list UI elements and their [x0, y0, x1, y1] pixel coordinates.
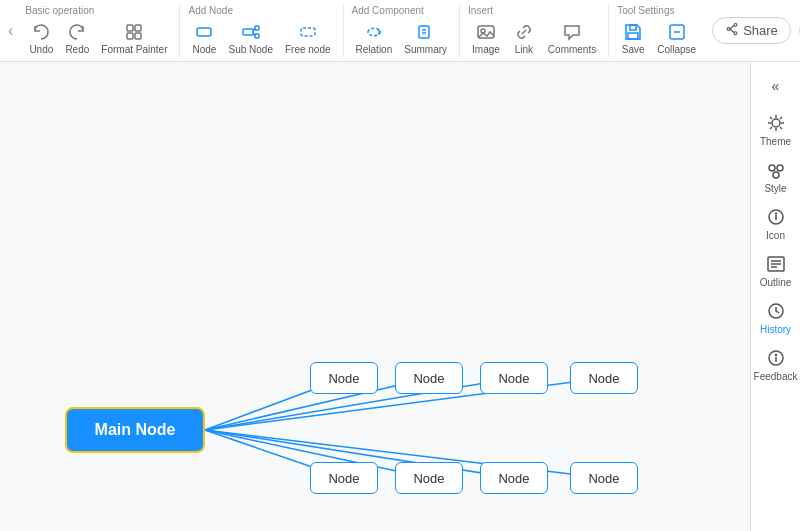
svg-line-8 — [253, 28, 255, 32]
sidebar-item-icon[interactable]: Icon — [754, 200, 798, 247]
sidebar-collapse-button[interactable]: « — [760, 70, 792, 102]
toolbar-item-free-node[interactable]: Free node — [281, 18, 335, 57]
icon-icon — [765, 206, 787, 228]
share-icon — [725, 22, 739, 39]
toolbar: ‹ Basic operationUndoRedoFormat PainterA… — [0, 0, 800, 62]
toolbar-item-label: Image — [472, 44, 500, 55]
svg-rect-17 — [628, 33, 638, 39]
sidebar-item-feedback[interactable]: Feedback — [754, 341, 798, 388]
top-node-2[interactable]: Node — [480, 362, 548, 394]
main-content: Main NodeNodeNodeNodeNodeNodeNodeNodeNod… — [0, 62, 800, 531]
top-node-0[interactable]: Node — [310, 362, 378, 394]
share-button[interactable]: Share — [712, 17, 791, 44]
toolbar-item-label: Redo — [65, 44, 89, 55]
save-icon — [621, 20, 645, 44]
toolbar-item-sub-node[interactable]: Sub Node — [224, 18, 276, 57]
toolbar-item-label: Collapse — [657, 44, 696, 55]
toolbar-item-link[interactable]: Link — [508, 18, 540, 57]
relation-icon — [362, 20, 386, 44]
mindmap-svg — [0, 62, 750, 531]
back-button[interactable]: ‹ — [8, 19, 13, 43]
toolbar-item-label: Save — [622, 44, 645, 55]
svg-point-22 — [727, 28, 730, 31]
svg-point-44 — [769, 165, 775, 171]
svg-line-41 — [780, 127, 782, 129]
toolbar-item-label: Node — [193, 44, 217, 55]
svg-point-46 — [773, 172, 779, 178]
toolbar-actions: Share Export — [712, 17, 800, 44]
collapse-icon — [665, 20, 689, 44]
toolbar-item-label: Link — [515, 44, 533, 55]
svg-line-43 — [770, 127, 772, 129]
toolbar-group-label: Add Component — [352, 5, 424, 16]
toolbar-group-insert: InsertImageLinkComments — [460, 5, 609, 57]
comments-icon — [560, 20, 584, 44]
bottom-node-3[interactable]: Node — [570, 462, 638, 494]
main-node[interactable]: Main Node — [65, 407, 205, 453]
sidebar-item-label: Outline — [760, 277, 792, 288]
svg-rect-6 — [255, 26, 259, 30]
sidebar-item-label: History — [760, 324, 791, 335]
bottom-node-1[interactable]: Node — [395, 462, 463, 494]
svg-rect-0 — [127, 25, 133, 31]
subnode-icon — [239, 20, 263, 44]
toolbar-group-add-node: Add NodeNodeSub NodeFree node — [180, 5, 343, 57]
toolbar-item-comments[interactable]: Comments — [544, 18, 600, 57]
toolbar-group-add-component: Add ComponentRelationSummary — [344, 5, 461, 57]
toolbar-item-node[interactable]: Node — [188, 18, 220, 57]
top-node-1[interactable]: Node — [395, 362, 463, 394]
bottom-node-2[interactable]: Node — [480, 462, 548, 494]
sidebar-item-label: Icon — [766, 230, 785, 241]
format-icon — [122, 20, 146, 44]
sidebar-item-label: Style — [764, 183, 786, 194]
toolbar-item-save[interactable]: Save — [617, 18, 649, 57]
node-icon — [192, 20, 216, 44]
outline-icon — [765, 253, 787, 275]
svg-rect-3 — [135, 33, 141, 39]
share-label: Share — [743, 23, 778, 38]
toolbar-group-basic-operation: Basic operationUndoRedoFormat Painter — [17, 5, 180, 57]
toolbar-group-tool-settings: Tool SettingsSaveCollapse — [609, 5, 708, 57]
toolbar-item-label: Summary — [404, 44, 447, 55]
sidebar-item-theme[interactable]: Theme — [754, 106, 798, 153]
svg-rect-1 — [135, 25, 141, 31]
svg-line-9 — [253, 32, 255, 36]
feedback-icon — [765, 347, 787, 369]
freenode-icon — [296, 20, 320, 44]
image-icon — [474, 20, 498, 44]
svg-rect-5 — [243, 29, 253, 35]
svg-point-45 — [777, 165, 783, 171]
toolbar-item-collapse[interactable]: Collapse — [653, 18, 700, 57]
svg-line-40 — [770, 117, 772, 119]
sidebar-item-style[interactable]: Style — [754, 153, 798, 200]
svg-rect-11 — [419, 26, 429, 38]
svg-point-49 — [775, 213, 776, 214]
link-icon — [512, 20, 536, 44]
toolbar-item-relation[interactable]: Relation — [352, 18, 397, 57]
undo-icon — [29, 20, 53, 44]
toolbar-group-label: Basic operation — [25, 5, 94, 16]
toolbar-item-label: Relation — [356, 44, 393, 55]
sidebar-item-outline[interactable]: Outline — [754, 247, 798, 294]
toolbar-item-label: Sub Node — [228, 44, 272, 55]
svg-rect-4 — [197, 28, 211, 36]
top-node-3[interactable]: Node — [570, 362, 638, 394]
toolbar-item-label: Comments — [548, 44, 596, 55]
toolbar-item-undo[interactable]: Undo — [25, 18, 57, 57]
toolbar-item-label: Undo — [29, 44, 53, 55]
bottom-node-0[interactable]: Node — [310, 462, 378, 494]
toolbar-item-format-painter[interactable]: Format Painter — [97, 18, 171, 57]
toolbar-item-redo[interactable]: Redo — [61, 18, 93, 57]
canvas[interactable]: Main NodeNodeNodeNodeNodeNodeNodeNodeNod… — [0, 62, 750, 531]
toolbar-item-label: Free node — [285, 44, 331, 55]
sidebar-item-history[interactable]: History — [754, 294, 798, 341]
sidebar-item-label: Feedback — [754, 371, 798, 382]
toolbar-item-image[interactable]: Image — [468, 18, 504, 57]
sidebar-item-label: Theme — [760, 136, 791, 147]
theme-icon — [765, 112, 787, 134]
toolbar-group-label: Add Node — [188, 5, 232, 16]
toolbar-item-summary[interactable]: Summary — [400, 18, 451, 57]
sidebar: « ThemeStyleIconOutlineHistoryFeedback — [750, 62, 800, 531]
summary-icon — [414, 20, 438, 44]
svg-line-24 — [730, 29, 734, 33]
